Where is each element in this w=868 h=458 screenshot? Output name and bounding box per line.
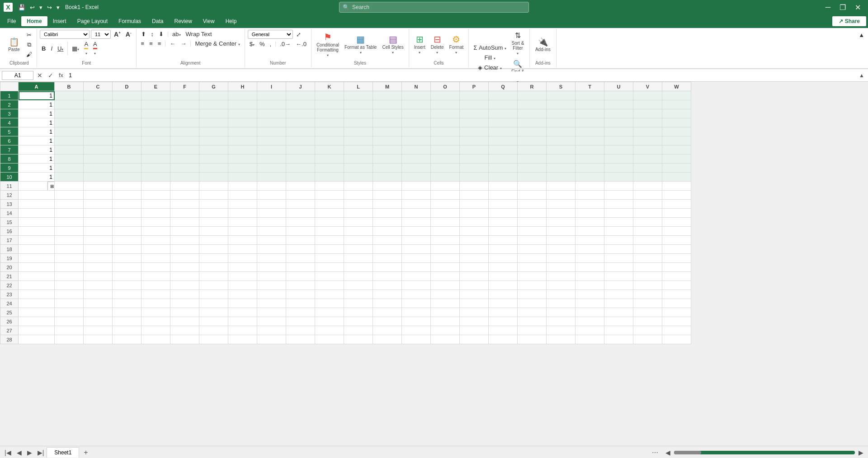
cell-D27[interactable] — [113, 326, 142, 335]
row-header-12[interactable]: 12 — [0, 191, 19, 200]
cell-K22[interactable] — [315, 281, 344, 290]
cell-T16[interactable] — [576, 227, 604, 236]
cell-O8[interactable] — [431, 154, 460, 164]
cell-P3[interactable] — [460, 109, 489, 118]
cell-H22[interactable] — [228, 281, 257, 290]
cell-N7[interactable] — [402, 145, 431, 154]
cell-V24[interactable] — [633, 299, 662, 308]
cell-O2[interactable] — [431, 100, 460, 109]
cell-H18[interactable] — [228, 245, 257, 254]
cell-M4[interactable] — [373, 118, 402, 127]
cell-V4[interactable] — [633, 118, 662, 127]
cell-Q20[interactable] — [489, 263, 518, 272]
cell-J1[interactable] — [286, 91, 315, 100]
cell-W20[interactable] — [662, 263, 691, 272]
cell-P14[interactable] — [460, 209, 489, 218]
cell-B25[interactable] — [55, 308, 84, 317]
cell-C17[interactable] — [84, 236, 113, 245]
cell-L22[interactable] — [344, 281, 373, 290]
cell-N2[interactable] — [402, 100, 431, 109]
cell-E10[interactable] — [142, 173, 170, 182]
cell-V9[interactable] — [633, 164, 662, 173]
cell-Q22[interactable] — [489, 281, 518, 290]
cell-V23[interactable] — [633, 290, 662, 299]
cell-F22[interactable] — [170, 281, 199, 290]
cell-B11[interactable] — [55, 182, 84, 191]
cell-F14[interactable] — [170, 209, 199, 218]
cell-J22[interactable] — [286, 281, 315, 290]
cell-F19[interactable] — [170, 254, 199, 263]
cell-H19[interactable] — [228, 254, 257, 263]
cell-P12[interactable] — [460, 191, 489, 200]
col-header-M[interactable]: M — [373, 82, 402, 91]
cell-Q24[interactable] — [489, 299, 518, 308]
cell-M21[interactable] — [373, 272, 402, 281]
cell-V19[interactable] — [633, 254, 662, 263]
row-header-3[interactable]: 3 — [0, 109, 19, 118]
cell-M20[interactable] — [373, 263, 402, 272]
cell-J23[interactable] — [286, 290, 315, 299]
cell-A1[interactable]: 1 — [19, 91, 55, 100]
cell-C23[interactable] — [84, 290, 113, 299]
cell-Q10[interactable] — [489, 173, 518, 182]
cell-O17[interactable] — [431, 236, 460, 245]
cell-E26[interactable] — [142, 317, 170, 326]
cell-R2[interactable] — [518, 100, 547, 109]
cell-E14[interactable] — [142, 209, 170, 218]
save-button[interactable]: 💾 — [16, 3, 27, 12]
cell-I23[interactable] — [257, 290, 286, 299]
conditional-formatting-button[interactable]: ⚑ ConditionalFormatting ▾ — [314, 31, 341, 59]
cell-E23[interactable] — [142, 290, 170, 299]
cell-H2[interactable] — [228, 100, 257, 109]
close-button[interactable]: ✕ — [851, 1, 864, 14]
cell-C28[interactable] — [84, 335, 113, 344]
cell-E25[interactable] — [142, 308, 170, 317]
cell-L3[interactable] — [344, 109, 373, 118]
row-header-5[interactable]: 5 — [0, 127, 19, 136]
cell-P24[interactable] — [460, 299, 489, 308]
cell-E1[interactable] — [142, 91, 170, 100]
cell-B24[interactable] — [55, 299, 84, 308]
tab-view[interactable]: View — [198, 16, 220, 26]
tab-home[interactable]: Home — [21, 16, 47, 26]
cell-A7[interactable]: 1 — [19, 145, 55, 154]
cell-G27[interactable] — [199, 326, 228, 335]
cell-R3[interactable] — [518, 109, 547, 118]
cell-K26[interactable] — [315, 317, 344, 326]
sheet-nav-last[interactable]: ▶| — [35, 447, 47, 458]
cell-F2[interactable] — [170, 100, 199, 109]
cell-T6[interactable] — [576, 136, 604, 145]
cell-N27[interactable] — [402, 326, 431, 335]
cell-Q5[interactable] — [489, 127, 518, 136]
cell-A2[interactable]: 1 — [19, 100, 55, 109]
cell-K10[interactable] — [315, 173, 344, 182]
cell-F23[interactable] — [170, 290, 199, 299]
cell-J11[interactable] — [286, 182, 315, 191]
cell-A27[interactable] — [19, 326, 55, 335]
cell-P16[interactable] — [460, 227, 489, 236]
cell-N21[interactable] — [402, 272, 431, 281]
cell-S1[interactable] — [547, 91, 576, 100]
cell-L26[interactable] — [344, 317, 373, 326]
cell-P5[interactable] — [460, 127, 489, 136]
col-header-K[interactable]: K — [315, 82, 344, 91]
cell-O9[interactable] — [431, 164, 460, 173]
cell-E17[interactable] — [142, 236, 170, 245]
add-sheet-button[interactable]: + — [80, 448, 91, 458]
cell-N13[interactable] — [402, 200, 431, 209]
tab-help[interactable]: Help — [220, 16, 242, 26]
cell-W13[interactable] — [662, 200, 691, 209]
cell-K21[interactable] — [315, 272, 344, 281]
cell-C1[interactable] — [84, 91, 113, 100]
cell-T5[interactable] — [576, 127, 604, 136]
cell-M18[interactable] — [373, 245, 402, 254]
cell-D25[interactable] — [113, 308, 142, 317]
cell-C2[interactable] — [84, 100, 113, 109]
cell-I22[interactable] — [257, 281, 286, 290]
cell-U19[interactable] — [604, 254, 633, 263]
cell-T13[interactable] — [576, 200, 604, 209]
cell-J25[interactable] — [286, 308, 315, 317]
cell-P10[interactable] — [460, 173, 489, 182]
cell-M28[interactable] — [373, 335, 402, 344]
cell-L8[interactable] — [344, 154, 373, 164]
